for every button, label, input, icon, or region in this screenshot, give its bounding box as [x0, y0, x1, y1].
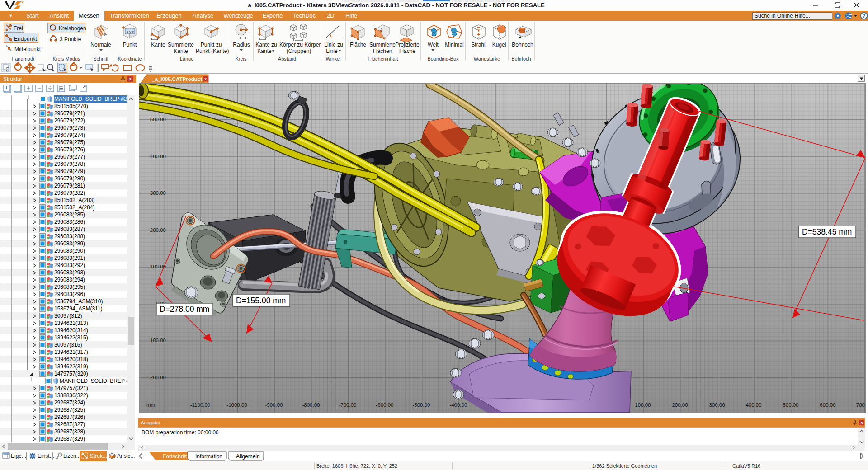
svg-text:-1100.00: -1100.00	[190, 402, 211, 408]
svg-text:D=155.00 mm: D=155.00 mm	[236, 296, 286, 305]
svg-text:100.00: 100.00	[635, 402, 651, 408]
svg-text:mm: mm	[146, 402, 155, 408]
svg-text:-200.00: -200.00	[148, 375, 166, 380]
svg-text:x,y,z: x,y,z	[127, 30, 134, 34]
svg-text:Information: Information	[195, 453, 222, 460]
svg-text:300.00: 300.00	[150, 190, 166, 196]
svg-text:600.00: 600.00	[820, 402, 835, 408]
svg-text:-400.00: -400.00	[449, 402, 467, 408]
svg-text:D=278.00 mm: D=278.00 mm	[160, 305, 209, 314]
svg-text:400.00: 400.00	[745, 402, 761, 408]
svg-text:700.: 700.	[856, 402, 865, 408]
svg-text:?: ?	[862, 13, 865, 19]
svg-text:-100.00: -100.00	[148, 338, 166, 343]
svg-text:_a_I005.CATProduct: _a_I005.CATProduct	[151, 76, 202, 82]
svg-text:500.00: 500.00	[783, 402, 798, 408]
svg-text:300.00: 300.00	[709, 402, 725, 408]
svg-text:200.00: 200.00	[150, 227, 166, 233]
svg-text:-800.00: -800.00	[302, 402, 320, 408]
svg-text:Fortschritt: Fortschritt	[163, 453, 187, 460]
svg-text:500.00: 500.00	[150, 117, 166, 122]
svg-text:-600.00: -600.00	[376, 402, 393, 408]
svg-text:-1000.00: -1000.00	[226, 402, 247, 408]
svg-text:x: x	[204, 77, 207, 81]
svg-text:-700.00: -700.00	[339, 402, 356, 408]
svg-text:200.00: 200.00	[672, 402, 688, 408]
svg-text:-900.00: -900.00	[265, 402, 283, 408]
svg-text:D=538.45 mm: D=538.45 mm	[802, 227, 852, 236]
svg-text:Allgemein: Allgemein	[236, 453, 260, 460]
svg-text:400.00: 400.00	[150, 154, 166, 159]
svg-text:-500.00: -500.00	[412, 402, 430, 408]
